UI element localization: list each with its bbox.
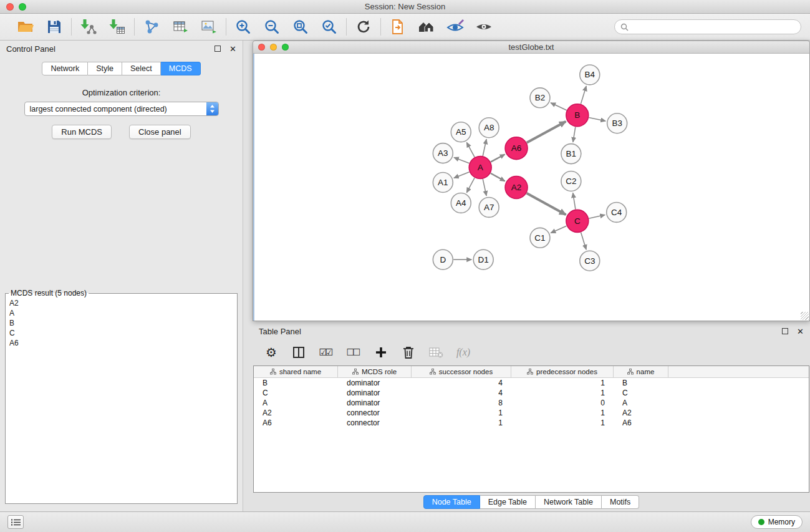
network-graph[interactable]: B4B2BB3A8A5A6A3B1AC2A1A2A4A7C4CC1C3DD1 [253, 54, 809, 321]
close-panel-button[interactable]: Close panel [129, 125, 191, 139]
new-table-button[interactable] [171, 17, 190, 36]
graph-node-A2[interactable]: A2 [505, 177, 528, 199]
home-button[interactable] [417, 17, 436, 36]
table-cell: 8 [412, 399, 511, 407]
zoom-window-button[interactable] [19, 3, 26, 11]
svg-text:C3: C3 [584, 256, 595, 266]
column-header-predecessor-nodes[interactable]: predecessor nodes [511, 366, 614, 377]
save-session-button[interactable] [45, 17, 64, 36]
columns-icon [292, 346, 306, 359]
svg-text:B2: B2 [535, 93, 545, 102]
close-table-panel-icon[interactable]: ✕ [797, 327, 804, 336]
network-close-button[interactable] [258, 44, 265, 51]
graph-node-A6[interactable]: A6 [505, 137, 528, 160]
graph-node-A5[interactable]: A5 [451, 122, 471, 142]
network-canvas[interactable]: B4B2BB3A8A5A6A3B1AC2A1A2A4A7C4CC1C3DD1 [253, 54, 810, 321]
mcds-result-list[interactable]: A2ABCA6 [7, 298, 235, 348]
zoom-out-button[interactable] [263, 17, 281, 36]
tab-edge-table[interactable]: Edge Table [480, 495, 536, 509]
new-network-button[interactable] [142, 17, 161, 36]
show-columns-button[interactable] [291, 344, 306, 361]
graph-node-B1[interactable]: B1 [561, 144, 581, 164]
column-header-shared-name[interactable]: shared name [254, 366, 338, 377]
svg-text:C4: C4 [611, 208, 622, 217]
style-preview-button[interactable] [446, 17, 465, 36]
float-table-panel-icon[interactable] [782, 328, 788, 334]
svg-text:A: A [478, 163, 483, 172]
graph-node-B4[interactable]: B4 [580, 65, 600, 85]
function-builder-button[interactable]: f(x) [456, 344, 471, 361]
open-network-file-button[interactable] [388, 17, 407, 36]
graph-node-A4[interactable]: A4 [451, 193, 471, 213]
graph-node-D1[interactable]: D1 [473, 249, 493, 269]
tab-motifs[interactable]: Motifs [602, 495, 639, 509]
mcds-result-item[interactable]: A6 [7, 338, 235, 348]
mcds-result-item[interactable]: C [7, 328, 235, 338]
hide-preview-button[interactable] [475, 17, 493, 36]
select-all-button[interactable]: ☑☑ [319, 344, 334, 361]
criterion-dropdown[interactable]: largest connected component (directed) [24, 102, 219, 116]
table-row[interactable]: Adominator80A [254, 398, 809, 408]
graph-node-C3[interactable]: C3 [580, 251, 600, 271]
network-zoom-button[interactable] [282, 44, 289, 51]
run-mcds-button[interactable]: Run MCDS [52, 125, 112, 139]
close-panel-icon[interactable]: ✕ [229, 44, 236, 54]
mcds-result-item[interactable]: B [7, 318, 235, 328]
graph-node-D[interactable]: D [433, 249, 453, 269]
graph-node-A7[interactable]: A7 [479, 197, 499, 217]
delete-table-button[interactable] [428, 344, 443, 361]
export-image-button[interactable] [200, 17, 218, 36]
table-row[interactable]: A6connector11A6 [254, 418, 809, 428]
import-network-button[interactable] [79, 17, 98, 36]
table-row[interactable]: Bdominator41B [254, 378, 809, 388]
tab-network[interactable]: Network [42, 62, 88, 75]
graph-node-A[interactable]: A [469, 157, 491, 179]
graph-node-B[interactable]: B [566, 104, 589, 127]
zoom-out-icon [264, 19, 280, 35]
graph-node-C4[interactable]: C4 [607, 202, 627, 222]
resize-handle-icon[interactable] [801, 312, 809, 320]
column-header-MCDS-role[interactable]: MCDS role [338, 366, 412, 377]
graph-node-A1[interactable]: A1 [433, 173, 453, 193]
mcds-result-item[interactable]: A [7, 308, 235, 318]
graph-node-C2[interactable]: C2 [561, 172, 581, 191]
zoom-in-button[interactable] [234, 17, 253, 36]
tab-style[interactable]: Style [88, 62, 122, 75]
import-table-button[interactable] [108, 17, 127, 36]
open-session-button[interactable] [16, 17, 35, 36]
close-window-button[interactable] [6, 3, 14, 11]
zoom-selected-button[interactable] [320, 17, 339, 36]
network-minimize-button[interactable] [270, 44, 277, 51]
delete-row-button[interactable] [401, 344, 416, 361]
mcds-result-item[interactable]: A2 [7, 298, 235, 308]
refresh-network-button[interactable] [354, 17, 373, 36]
tab-select[interactable]: Select [122, 62, 161, 75]
graph-node-B3[interactable]: B3 [607, 114, 627, 133]
window-title: Session: New Session [0, 2, 810, 11]
zoom-fit-button[interactable] [291, 17, 310, 36]
import-group [72, 17, 134, 36]
graph-node-C1[interactable]: C1 [530, 228, 550, 248]
tab-node-table[interactable]: Node Table [423, 495, 480, 509]
tab-network-table[interactable]: Network Table [536, 495, 602, 509]
deselect-all-button[interactable]: ☐☐ [346, 344, 361, 361]
table-settings-button[interactable]: ⚙ [264, 344, 279, 361]
show-panels-button[interactable] [7, 515, 24, 529]
search-box[interactable] [614, 19, 801, 34]
table-row[interactable]: Cdominator41C [254, 388, 809, 398]
table-row[interactable]: A2connector11A2 [254, 408, 809, 418]
titlebar: Session: New Session [0, 0, 810, 14]
search-input[interactable] [632, 22, 795, 31]
float-panel-icon[interactable] [215, 46, 221, 52]
memory-button[interactable]: Memory [751, 515, 803, 529]
column-header-successor-nodes[interactable]: successor nodes [412, 366, 511, 377]
svg-text:C2: C2 [566, 177, 576, 186]
column-header-name[interactable]: name [614, 366, 668, 377]
graph-node-B2[interactable]: B2 [530, 88, 550, 108]
add-row-button[interactable] [374, 344, 388, 361]
graph-node-A3[interactable]: A3 [433, 143, 453, 163]
application-window: Session: New Session [0, 0, 810, 532]
graph-node-A8[interactable]: A8 [479, 118, 499, 138]
tab-mcds[interactable]: MCDS [161, 62, 201, 75]
graph-node-C[interactable]: C [566, 210, 589, 232]
